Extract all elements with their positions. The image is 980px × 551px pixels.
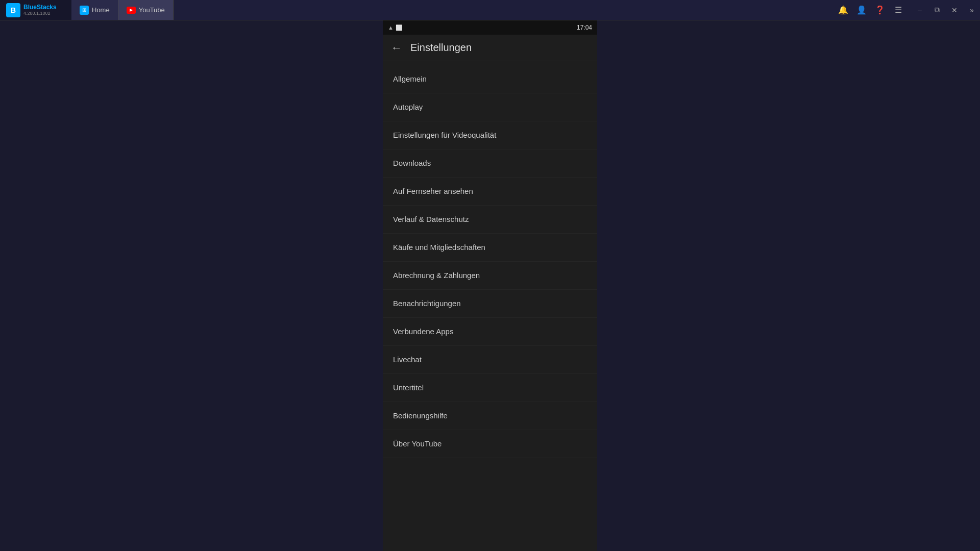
minimize-button[interactable]: – bbox=[912, 3, 928, 17]
settings-item-abrechnung[interactable]: Abrechnung & Zahlungen bbox=[383, 262, 597, 290]
phone-panel: ▲ ⬜ 17:04 ← Einstellungen Allg bbox=[383, 20, 597, 551]
back-button[interactable]: ← bbox=[391, 42, 402, 54]
brand-text: BlueStacks 4.280.1.1002 bbox=[23, 4, 57, 16]
restore-button[interactable]: ⧉ bbox=[929, 3, 945, 17]
settings-item-label-uber-youtube: Über YouTube bbox=[393, 439, 442, 448]
tab-youtube[interactable]: ▶ YouTube bbox=[118, 0, 174, 20]
expand-button[interactable]: » bbox=[964, 3, 980, 17]
settings-item-label-verbundene-apps: Verbundene Apps bbox=[393, 327, 453, 336]
tab-home[interactable]: ⊞ Home bbox=[71, 0, 118, 20]
settings-item-label-bedienungshilfe: Bedienungshilfe bbox=[393, 411, 448, 420]
settings-item-label-downloads: Downloads bbox=[393, 159, 431, 167]
settings-item-label-kaeufe: Käufe und Mitgliedschaften bbox=[393, 243, 485, 252]
settings-item-kaeufe[interactable]: Käufe und Mitgliedschaften bbox=[383, 234, 597, 262]
settings-header: ← Einstellungen bbox=[383, 35, 597, 61]
settings-item-downloads[interactable]: Downloads bbox=[383, 149, 597, 178]
tab-home-label: Home bbox=[92, 6, 110, 14]
account-icon[interactable]: 👤 bbox=[854, 3, 869, 17]
settings-item-videoqualitaet[interactable]: Einstellungen für Videoqualität bbox=[383, 121, 597, 149]
square-icon: ⬜ bbox=[396, 24, 403, 31]
status-time: 17:04 bbox=[577, 24, 592, 31]
brand-name: BlueStacks bbox=[23, 4, 57, 11]
settings-item-label-abrechnung: Abrechnung & Zahlungen bbox=[393, 271, 480, 280]
settings-item-label-videoqualitaet: Einstellungen für Videoqualität bbox=[393, 131, 496, 139]
settings-screen: ← Einstellungen Allgemein Autoplay Einst… bbox=[383, 35, 597, 551]
notification-icon[interactable]: 🔔 bbox=[836, 3, 850, 17]
settings-item-allgemein[interactable]: Allgemein bbox=[383, 65, 597, 93]
main-area: ▲ ⬜ 17:04 ← Einstellungen Allg bbox=[0, 20, 980, 551]
taskbar-controls: 🔔 👤 ❓ ☰ bbox=[836, 3, 912, 17]
settings-item-livechat[interactable]: Livechat bbox=[383, 346, 597, 374]
status-icons-left: ▲ ⬜ bbox=[388, 24, 403, 31]
bluestacks-brand: B BlueStacks 4.280.1.1002 bbox=[0, 0, 71, 20]
youtube-tab-icon: ▶ bbox=[127, 7, 136, 14]
brand-logo-icon: B bbox=[6, 3, 20, 17]
settings-item-benachrichtigungen[interactable]: Benachrichtigungen bbox=[383, 290, 597, 318]
home-tab-icon: ⊞ bbox=[80, 6, 89, 15]
settings-item-label-verlauf: Verlauf & Datenschutz bbox=[393, 215, 469, 223]
settings-item-fernseher[interactable]: Auf Fernseher ansehen bbox=[383, 178, 597, 206]
settings-list: Allgemein Autoplay Einstellungen für Vid… bbox=[383, 61, 597, 462]
taskbar: B BlueStacks 4.280.1.1002 ⊞ Home ▶ YouTu… bbox=[0, 0, 980, 20]
brand-version: 4.280.1.1002 bbox=[23, 11, 57, 16]
settings-item-uber-youtube[interactable]: Über YouTube bbox=[383, 430, 597, 458]
content-wrapper: ▲ ⬜ 17:04 ← Einstellungen Allg bbox=[0, 20, 980, 551]
settings-item-label-autoplay: Autoplay bbox=[393, 103, 423, 111]
window-controls: – ⧉ ✕ » bbox=[912, 3, 980, 17]
status-bar: ▲ ⬜ 17:04 bbox=[383, 20, 597, 35]
tab-youtube-label: YouTube bbox=[139, 6, 165, 14]
settings-item-autoplay[interactable]: Autoplay bbox=[383, 93, 597, 121]
help-icon[interactable]: ❓ bbox=[873, 3, 887, 17]
warning-icon: ▲ bbox=[388, 24, 394, 31]
settings-item-label-fernseher: Auf Fernseher ansehen bbox=[393, 187, 473, 195]
close-button[interactable]: ✕ bbox=[946, 3, 963, 17]
settings-item-label-untertitel: Untertitel bbox=[393, 383, 424, 392]
settings-item-verlauf[interactable]: Verlauf & Datenschutz bbox=[383, 206, 597, 234]
settings-title: Einstellungen bbox=[410, 42, 472, 54]
settings-item-verbundene-apps[interactable]: Verbundene Apps bbox=[383, 318, 597, 346]
settings-item-untertitel[interactable]: Untertitel bbox=[383, 374, 597, 402]
settings-item-label-benachrichtigungen: Benachrichtigungen bbox=[393, 299, 461, 308]
settings-item-label-livechat: Livechat bbox=[393, 355, 422, 364]
settings-item-label-allgemein: Allgemein bbox=[393, 74, 427, 83]
menu-icon[interactable]: ☰ bbox=[891, 3, 905, 17]
settings-item-bedienungshilfe[interactable]: Bedienungshilfe bbox=[383, 402, 597, 430]
